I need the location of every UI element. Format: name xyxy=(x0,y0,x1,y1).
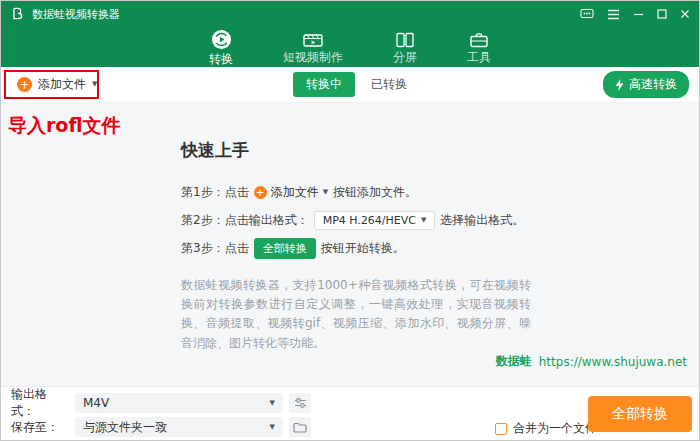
tabbar: 转换 短视频制作 分屏 工具 xyxy=(1,27,699,67)
app-description: 数据蛙视频转换器，支持1000+种音视频格式转换，可在视频转换前对转换参数进行自… xyxy=(181,276,531,353)
save-to-label: 保存至： xyxy=(11,419,69,436)
tab-tools[interactable]: 工具 xyxy=(453,27,505,67)
merge-checkbox-row[interactable]: 合并为一个文件 xyxy=(495,420,597,437)
save-to-value: 与源文件夹一致 xyxy=(83,419,167,436)
output-format-row: 输出格式： M4V ▼ xyxy=(11,393,311,413)
app-logo-icon xyxy=(10,6,26,22)
chevron-down-icon: ▼ xyxy=(270,400,275,407)
step-1: 第1步：点击 + 添加文件 ▼ 按钮添加文件。 xyxy=(181,178,531,206)
high-speed-label: 高速转换 xyxy=(629,76,677,93)
output-format-value: M4V xyxy=(83,396,109,410)
step-format-dropdown[interactable]: MP4 H.264/HEVC ▼ xyxy=(314,211,436,230)
tab-label: 工具 xyxy=(467,51,491,63)
toolbar: + 添加文件 ▼ 转换中 已转换 高速转换 xyxy=(1,67,699,103)
website-link[interactable]: 数据蛙 https://www.shujuwa.net xyxy=(496,353,687,370)
tab-split-screen[interactable]: 分屏 xyxy=(379,27,431,67)
quick-start-title: 快速上手 xyxy=(181,139,531,162)
chevron-down-icon: ▼ xyxy=(421,217,426,224)
chevron-down-icon: ▼ xyxy=(92,81,97,88)
quick-start-panel: 快速上手 第1步：点击 + 添加文件 ▼ 按钮添加文件。 第2步：点击输出格式：… xyxy=(181,139,531,353)
chevron-down-icon: ▼ xyxy=(323,189,328,196)
close-icon[interactable] xyxy=(680,9,690,19)
split-screen-icon xyxy=(396,32,414,48)
main-area: 导入rofl文件 快速上手 第1步：点击 + 添加文件 ▼ 按钮添加文件。 第2… xyxy=(1,103,699,386)
lightning-icon xyxy=(615,79,624,91)
tab-label: 分屏 xyxy=(393,51,417,63)
converting-tab[interactable]: 转换中 xyxy=(293,72,355,97)
convert-icon xyxy=(211,29,232,50)
app-window: 数据蛙视频转换器 转换 xyxy=(0,0,700,441)
high-speed-convert-button[interactable]: 高速转换 xyxy=(603,71,689,98)
footer: 输出格式： M4V ▼ 保存至： 与源文件夹一致 ▼ xyxy=(1,386,699,440)
step-text: 第2步：点击输出格式： xyxy=(181,212,309,229)
save-to-select[interactable]: 与源文件夹一致 ▼ xyxy=(75,417,283,437)
add-file-button[interactable]: + 添加文件 ▼ xyxy=(11,72,103,97)
add-file-label: 添加文件 xyxy=(38,76,86,93)
sliders-icon xyxy=(294,397,307,409)
app-title: 数据蛙视频转换器 xyxy=(32,7,120,22)
annotation-text: 导入rofl文件 xyxy=(8,113,121,139)
feedback-icon[interactable] xyxy=(580,8,594,20)
plus-icon: + xyxy=(254,186,267,199)
step-convert-all-button[interactable]: 全部转换 xyxy=(254,238,316,259)
open-folder-button[interactable] xyxy=(289,417,311,437)
format-settings-button[interactable] xyxy=(289,393,311,413)
step-text: 按钮开始转换。 xyxy=(321,240,405,257)
menu-icon[interactable] xyxy=(607,9,620,20)
merge-label: 合并为一个文件 xyxy=(513,420,597,437)
convert-status-switch: 转换中 已转换 xyxy=(293,72,407,97)
tab-label: 转换 xyxy=(209,53,233,65)
step-add-file-button[interactable]: + 添加文件 ▼ xyxy=(254,184,328,201)
converted-tab[interactable]: 已转换 xyxy=(371,76,407,93)
window-controls xyxy=(580,8,690,20)
tab-short-video[interactable]: 短视频制作 xyxy=(269,27,357,67)
merge-checkbox[interactable] xyxy=(495,423,507,435)
chevron-down-icon: ▼ xyxy=(270,424,275,431)
minimize-icon[interactable] xyxy=(633,9,644,20)
folder-icon xyxy=(293,422,307,433)
output-format-select[interactable]: M4V ▼ xyxy=(75,393,283,413)
convert-all-button[interactable]: 全部转换 xyxy=(588,396,692,432)
maximize-icon[interactable] xyxy=(657,9,667,19)
clapperboard-icon xyxy=(303,31,323,48)
website-url: https://www.shujuwa.net xyxy=(539,355,687,369)
output-format-label: 输出格式： xyxy=(11,386,69,420)
step-format-value: MP4 H.264/HEVC xyxy=(323,214,416,227)
step-3: 第3步：点击 全部转换 按钮开始转换。 xyxy=(181,234,531,262)
tab-convert[interactable]: 转换 xyxy=(195,27,247,67)
toolbox-icon xyxy=(470,32,488,48)
step-add-file-label: 添加文件 xyxy=(271,184,319,201)
step-text: 按钮添加文件。 xyxy=(333,184,417,201)
step-text: 选择输出格式。 xyxy=(440,212,524,229)
step-text: 第3步：点击 xyxy=(181,240,249,257)
tab-label: 短视频制作 xyxy=(283,51,343,63)
step-2: 第2步：点击输出格式： MP4 H.264/HEVC ▼ 选择输出格式。 xyxy=(181,206,531,234)
brand-name: 数据蛙 xyxy=(496,353,532,370)
titlebar: 数据蛙视频转换器 xyxy=(1,1,699,27)
save-to-row: 保存至： 与源文件夹一致 ▼ xyxy=(11,417,311,437)
plus-icon: + xyxy=(17,77,32,92)
step-text: 第1步：点击 xyxy=(181,184,249,201)
